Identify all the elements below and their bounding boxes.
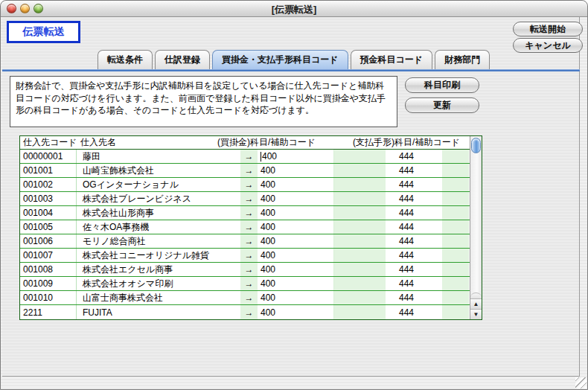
arrow-cell: → (240, 192, 258, 205)
table-row[interactable]: 001009 株式会社オオシマ印刷 → 400 444 (20, 277, 470, 291)
note-account-field[interactable]: 444 (386, 263, 427, 276)
supplier-code-cell: 00000001 (20, 150, 77, 163)
spacer-cell (442, 291, 469, 304)
payable-account-field[interactable]: 400 (258, 192, 321, 205)
payable-account-field[interactable]: 400 (258, 178, 321, 191)
note-account-field[interactable]: 444 (386, 164, 427, 177)
table-row[interactable]: 001008 株式会社エクセル商事 → 400 444 (20, 263, 470, 277)
spacer-cell (334, 150, 386, 163)
payable-aux-field[interactable] (321, 291, 334, 304)
note-account-field[interactable]: 444 (386, 206, 427, 220)
note-account-field[interactable]: 444 (386, 249, 427, 262)
note-aux-field[interactable] (427, 234, 442, 248)
note-account-field[interactable]: 444 (386, 277, 427, 290)
start-transfer-button[interactable]: 転送開始 (513, 22, 583, 36)
payable-aux-field[interactable] (321, 277, 334, 290)
note-account-field[interactable]: 444 (386, 234, 427, 248)
resize-grip[interactable] (575, 377, 587, 389)
table-row[interactable]: 001002 OGインターナショナル → 400 444 (20, 178, 470, 192)
note-account-field[interactable]: 444 (386, 178, 427, 191)
payable-account-field[interactable]: 400 (258, 249, 321, 262)
payable-account-field[interactable]: 400 (258, 164, 321, 177)
scrollbar-thumb[interactable] (471, 138, 481, 153)
supplier-name-cell: 株式会社エクセル商事 (77, 263, 240, 276)
spacer-cell (334, 164, 386, 177)
supplier-name-cell: 株式会社ブレーンビジネス (77, 192, 240, 205)
table-row[interactable]: 001004 株式会社山形商事 → 400 444 (20, 206, 470, 220)
spacer-cell (334, 249, 386, 262)
header-payable-code: (買掛金)科目/補助コード (182, 136, 316, 149)
note-aux-field[interactable] (427, 277, 442, 290)
payable-aux-field[interactable] (321, 263, 334, 276)
tab-journal-entry[interactable]: 仕訳登録 (155, 50, 210, 69)
payable-account-field[interactable]: 400 (258, 305, 321, 319)
arrow-cell: → (240, 220, 258, 234)
note-aux-field[interactable] (427, 150, 442, 163)
tab-deposit-account-codes[interactable]: 預金科目コード (351, 50, 433, 69)
note-account-field[interactable]: 444 (386, 150, 427, 163)
payable-aux-field[interactable] (321, 178, 334, 191)
tab-payable-account-codes[interactable]: 買掛金・支払手形科目コード (212, 50, 348, 69)
note-aux-field[interactable] (427, 178, 442, 191)
title-bar[interactable]: [伝票転送] (1, 1, 587, 17)
note-aux-field[interactable] (427, 164, 442, 177)
payable-account-field[interactable]: 400 (258, 150, 321, 163)
scroll-down-button[interactable]: ▼ (470, 309, 482, 319)
tab-transfer-conditions[interactable]: 転送条件 (98, 50, 153, 69)
payable-aux-field[interactable] (321, 249, 334, 262)
payable-aux-field[interactable] (321, 150, 334, 163)
table-row[interactable]: 001001 山崎宝飾株式会社 → 400 444 (20, 164, 470, 178)
note-account-field[interactable]: 444 (386, 192, 427, 205)
payable-account-field[interactable]: 400 (258, 277, 321, 290)
spacer-cell (442, 220, 469, 234)
payable-account-field[interactable]: 400 (258, 234, 321, 248)
note-aux-field[interactable] (427, 220, 442, 234)
payable-aux-field[interactable] (321, 234, 334, 248)
scroll-up-button[interactable]: ▲ (470, 298, 482, 309)
table-row[interactable]: 001007 株式会社コニーオリジナル雑貨 → 400 444 (20, 249, 470, 263)
supplier-code-cell: 001002 (20, 178, 77, 191)
note-aux-field[interactable] (427, 305, 442, 319)
payable-aux-field[interactable] (321, 192, 334, 205)
spacer-cell (442, 234, 469, 248)
table-row[interactable]: 001005 佐々木OA事務機 → 400 444 (20, 220, 470, 234)
table-row[interactable]: 001006 モリノ総合商社 → 400 444 (20, 234, 470, 249)
table-row[interactable]: 2211 FUJITA → 400 444 (20, 305, 470, 319)
spacer-cell (442, 277, 469, 290)
note-aux-field[interactable] (427, 192, 442, 205)
tab-finance-department[interactable]: 財務部門 (435, 50, 490, 69)
arrow-cell: → (240, 234, 258, 248)
spacer-cell (334, 220, 386, 234)
update-button[interactable]: 更新 (405, 98, 479, 113)
payable-aux-field[interactable] (321, 164, 334, 177)
cancel-button[interactable]: キャンセル (513, 38, 583, 53)
table-row[interactable]: 00000001 藤田 → 400 444 (20, 150, 470, 164)
note-account-field[interactable]: 444 (386, 305, 427, 319)
table-row[interactable]: 001003 株式会社ブレーンビジネス → 400 444 (20, 192, 470, 206)
payable-account-field[interactable]: 400 (258, 291, 321, 304)
supplier-name-cell: 株式会社山形商事 (77, 206, 240, 220)
note-aux-field[interactable] (427, 249, 442, 262)
note-aux-field[interactable] (427, 263, 442, 276)
note-aux-field[interactable] (427, 206, 442, 220)
payable-account-field[interactable]: 400 (258, 206, 321, 220)
payable-aux-field[interactable] (321, 305, 334, 319)
vertical-scrollbar[interactable]: ▲ ▼ (470, 136, 482, 319)
supplier-name-cell: 山崎宝飾株式会社 (77, 164, 240, 177)
payable-aux-field[interactable] (321, 220, 334, 234)
supplier-code-cell: 001010 (20, 291, 77, 304)
supplier-code-cell: 001003 (20, 192, 77, 205)
arrow-cell: → (240, 178, 258, 191)
payable-account-field[interactable]: 400 (258, 263, 321, 276)
spacer-cell (334, 178, 386, 191)
print-accounts-button[interactable]: 科目印刷 (405, 77, 479, 93)
note-account-field[interactable]: 444 (386, 220, 427, 234)
header-note-code: (支払手形)科目/補助コード (316, 136, 463, 149)
table-row[interactable]: 001010 山富士商事株式会社 → 400 444 (20, 291, 470, 305)
note-account-field[interactable]: 444 (386, 291, 427, 304)
spacer-cell (334, 305, 386, 319)
description-text: 財務会計で、買掛金や支払手形に内訳補助科目を設定している場合に仕入先コードと補助… (10, 76, 397, 127)
payable-aux-field[interactable] (321, 206, 334, 220)
note-aux-field[interactable] (427, 291, 442, 304)
payable-account-field[interactable]: 400 (258, 220, 321, 234)
